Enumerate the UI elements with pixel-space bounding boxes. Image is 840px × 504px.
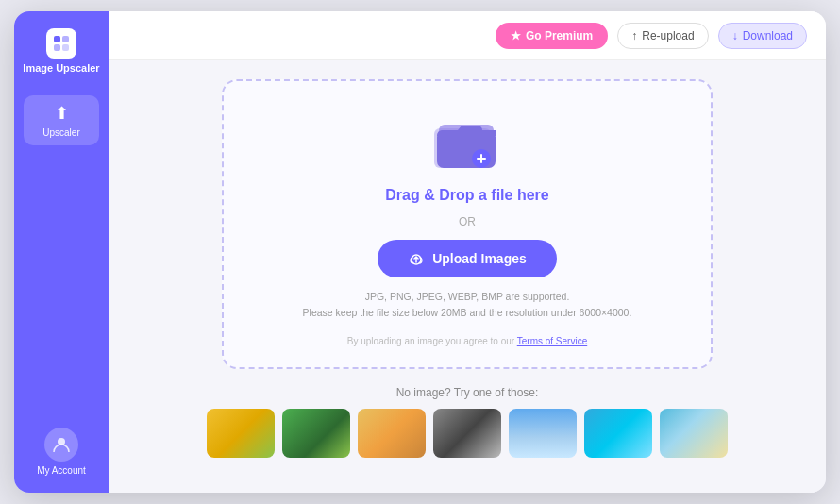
samples-row (207, 409, 728, 458)
sidebar-upscaler-label: Upscaler (42, 127, 79, 138)
thumb-inner (282, 409, 350, 458)
samples-label: No image? Try one of those: (396, 386, 539, 399)
svg-rect-2 (54, 44, 60, 51)
samples-section: No image? Try one of those: (146, 386, 788, 458)
logo-icon (46, 28, 76, 59)
content-area: Drag & Drop a file here OR Upload Images… (109, 60, 826, 493)
thumb-inner (509, 409, 577, 458)
sample-thumb-beach[interactable] (660, 409, 728, 458)
header: ★ Go Premium ↑ Re-upload ↓ Download (109, 11, 826, 60)
sample-thumb-surf[interactable] (584, 409, 652, 458)
svg-rect-10 (480, 154, 482, 163)
reupload-icon: ↑ (631, 29, 637, 42)
go-premium-button[interactable]: ★ Go Premium (496, 23, 608, 49)
sample-thumb-bw[interactable] (433, 409, 501, 458)
sidebar-item-upscaler[interactable]: ⬆ Upscaler (24, 95, 99, 145)
app-window: Image Upscaler ⬆ Upscaler My Account ★ G… (14, 11, 826, 493)
sample-thumb-woman[interactable] (358, 409, 426, 458)
tos-text: By uploading an image you agree to our T… (347, 336, 587, 346)
upscaler-icon: ⬆ (55, 103, 69, 124)
svg-rect-3 (62, 44, 69, 51)
app-name: Image Upscaler (23, 62, 99, 75)
sidebar-bottom: My Account (37, 428, 86, 476)
tos-link[interactable]: Terms of Service (517, 336, 587, 346)
folder-icon (429, 109, 505, 176)
app-logo: Image Upscaler (23, 28, 99, 75)
sample-thumb-man[interactable] (282, 409, 350, 458)
reupload-button[interactable]: ↑ Re-upload (617, 23, 708, 49)
svg-rect-1 (62, 36, 69, 42)
my-account-label: My Account (37, 465, 86, 476)
upload-images-button[interactable]: Upload Images (378, 240, 557, 277)
or-text: OR (459, 215, 476, 228)
upload-hint: JPG, PNG, JPEG, WEBP, BMP are supported.… (303, 289, 632, 321)
thumb-inner (207, 409, 275, 458)
drag-drop-text: Drag & Drop a file here (385, 187, 548, 204)
sidebar-nav: ⬆ Upscaler (14, 95, 109, 145)
thumb-inner (358, 409, 426, 458)
thumb-inner (584, 409, 652, 458)
star-icon: ★ (511, 29, 521, 42)
avatar[interactable] (44, 428, 78, 462)
dropzone[interactable]: Drag & Drop a file here OR Upload Images… (222, 79, 713, 369)
download-icon: ↓ (732, 29, 738, 42)
main-content: ★ Go Premium ↑ Re-upload ↓ Download (109, 11, 826, 493)
upload-cloud-icon (408, 250, 425, 267)
svg-rect-0 (54, 36, 60, 42)
sidebar: Image Upscaler ⬆ Upscaler My Account (14, 11, 109, 493)
sample-thumb-sky[interactable] (509, 409, 577, 458)
thumb-inner (660, 409, 728, 458)
sample-thumb-sunflower[interactable] (207, 409, 275, 458)
download-button[interactable]: ↓ Download (718, 23, 807, 49)
thumb-inner (433, 409, 501, 458)
